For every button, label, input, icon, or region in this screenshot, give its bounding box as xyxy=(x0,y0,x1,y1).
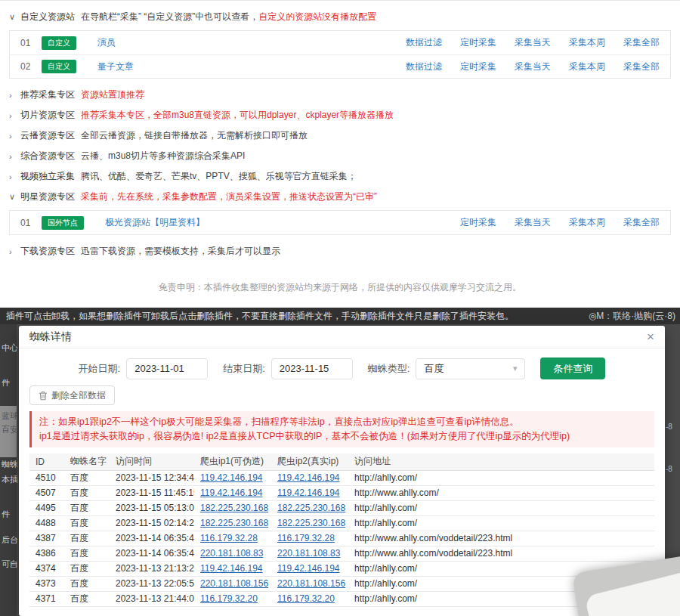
ip2-link[interactable]: 220.181.108.156 xyxy=(277,578,345,589)
col-header-name: 蜘蛛名字 xyxy=(64,453,110,470)
clipped-text-fragment: 件 xyxy=(2,377,17,388)
cell-id: 4387 xyxy=(29,531,64,546)
clipped-text-fragment: 中心 xyxy=(2,342,17,354)
ip2-link[interactable]: 220.181.108.83 xyxy=(277,548,340,559)
cell-visit-time: 2023-11-15 11:45:15 xyxy=(110,485,194,500)
ip2-link[interactable]: 119.42.146.194 xyxy=(277,472,340,483)
ip1-link[interactable]: 182.225.230.168 xyxy=(200,518,268,528)
end-date-input[interactable] xyxy=(271,358,353,379)
modal-title: 蜘蛛详情 xyxy=(29,330,72,344)
clipped-text-fragment: -8 xyxy=(666,423,679,431)
ip1-link[interactable]: 119.42.146.194 xyxy=(200,488,263,498)
clipped-text-fragment: 蓝球 xyxy=(2,410,17,422)
section-cloud-play[interactable]: › 云播资源专区 全部云播资源，链接自带播放器，无需解析接口即可播放 xyxy=(9,125,671,146)
start-date-input[interactable] xyxy=(126,358,208,379)
table-row: 4495 百度 2023-11-15 05:13:05 182.225.230.… xyxy=(29,500,654,515)
ip1-link[interactable]: 119.42.146.194 xyxy=(200,472,263,483)
ip2-link[interactable]: 182.225.230.168 xyxy=(277,518,345,528)
section-title: 切片资源专区 xyxy=(20,109,75,122)
cell-visit-time: 2023-11-14 06:35:41 xyxy=(110,531,194,546)
cell-id: 4371 xyxy=(29,591,64,606)
plugin-uninstall-notice-bar: 插件可点击卸载，如果想删除插件可卸载后点击删除插件，不要直接删除插件文件，手动删… xyxy=(0,308,680,324)
node-badge: 国外节点 xyxy=(42,216,84,230)
cell-id: 4488 xyxy=(29,515,64,531)
ip2-link[interactable]: 119.42.146.194 xyxy=(277,563,340,574)
section-title: 明星资源专区 xyxy=(20,190,75,203)
action-collect-today[interactable]: 采集当天 xyxy=(515,60,551,73)
cell-visit-url: http://www.ahlly.com/voddetail/223.html xyxy=(348,546,654,561)
clipped-text-fragment: 可自 xyxy=(2,559,17,570)
resource-name-link[interactable]: 演员 xyxy=(97,36,116,49)
clipped-text-fragment: -8 xyxy=(666,465,679,473)
action-timed-collect[interactable]: 定时采集 xyxy=(460,216,496,229)
action-collect-all[interactable]: 采集全部 xyxy=(623,36,660,49)
ip1-link[interactable]: 220.181.108.156 xyxy=(200,578,268,589)
ip1-link[interactable]: 116.179.32.20 xyxy=(200,593,258,604)
section-title: 综合资源专区 xyxy=(20,150,75,163)
spider-visit-table: ID 蜘蛛名字 访问时间 爬虫ip1(可伪造) 爬虫ip2(真实ip) 访问地址… xyxy=(29,453,654,607)
star-resource-list: 01 国外节点 极光资源站【明星资料】 定时采集 采集当天 采集本周 采集全部 xyxy=(9,210,671,235)
clipped-text-fragment: 本插 xyxy=(2,474,17,485)
section-star-resource[interactable]: ∨ 明星资源专区 采集前，先在系统，采集参数配置，演员采集设置，推送状态设置为“… xyxy=(9,187,671,207)
ip2-link[interactable]: 116.179.32.28 xyxy=(277,533,335,543)
cell-id: 4507 xyxy=(29,485,64,500)
row-index: 02 xyxy=(20,61,42,72)
table-row: 4373 百度 2023-11-13 22:05:50 220.181.108.… xyxy=(29,576,654,591)
dimmed-background: 插件可点击卸载，如果想删除插件可卸载后点击删除插件，不要直接删除插件文件，手动删… xyxy=(0,308,680,616)
ip1-link[interactable]: 119.42.146.194 xyxy=(200,563,263,574)
cell-id: 4374 xyxy=(29,561,64,576)
ip1-link[interactable]: 182.225.230.168 xyxy=(200,503,268,513)
action-collect-week[interactable]: 采集本周 xyxy=(569,36,605,49)
ip2-link[interactable]: 182.225.230.168 xyxy=(277,503,345,513)
action-collect-today[interactable]: 采集当天 xyxy=(515,216,551,229)
section-composite-resource[interactable]: › 综合资源专区 云播、m3u8切片等多种资源综合采集API xyxy=(9,146,671,166)
action-data-filter[interactable]: 数据过滤 xyxy=(406,36,442,49)
chevron-right-icon: › xyxy=(9,91,20,100)
section-desc: 全部云播资源，链接自带播放器，无需解析接口即可播放 xyxy=(81,129,308,142)
table-row: 4374 百度 2023-11-13 21:13:21 119.42.146.1… xyxy=(29,561,654,576)
close-icon[interactable]: × xyxy=(647,330,654,343)
select-value: 百度 xyxy=(424,362,444,376)
col-header-time: 访问时间 xyxy=(110,453,194,470)
spider-type-select[interactable]: 百度 ▾ xyxy=(416,358,525,379)
action-collect-week[interactable]: 采集本周 xyxy=(569,60,605,73)
section-download-resource[interactable]: › 下载资源专区 迅雷下载资源，需要模板支持，采集后才可以显示 xyxy=(9,241,671,262)
section-custom-resource-station[interactable]: ∨ 自定义资源站 在导航栏“采集” “自定义资源”中也可以查看， 自定义的资源站… xyxy=(9,7,671,27)
resource-name-link[interactable]: 极光资源站【明星资料】 xyxy=(105,216,205,229)
action-collect-all[interactable]: 采集全部 xyxy=(623,60,660,73)
table-row: 4507 百度 2023-11-15 11:45:15 119.42.146.1… xyxy=(29,485,654,500)
type-badge: 自定义 xyxy=(42,60,76,73)
ip2-link[interactable]: 116.179.32.20 xyxy=(277,593,335,604)
section-title: 推荐采集专区 xyxy=(20,88,75,101)
chevron-right-icon: › xyxy=(9,132,20,141)
col-header-ip1: 爬虫ip1(可伪造) xyxy=(194,453,271,470)
cell-id: 4495 xyxy=(29,500,64,515)
section-video-direct[interactable]: › 视频独立采集 腾讯、优酷、爱奇艺、芒果tv、PPTV、搜狐、乐视等官方直链采… xyxy=(9,166,671,187)
clipped-text-fragment: 百安 xyxy=(2,424,17,435)
ip1-link[interactable]: 220.181.108.83 xyxy=(200,548,263,559)
query-button[interactable]: 条件查询 xyxy=(540,358,605,379)
action-collect-today[interactable]: 采集当天 xyxy=(515,36,551,49)
warning-line-2: ip1是通过请求头获取的ip，很容易伪造! ip2是直接从TCP中获取的IP，基… xyxy=(39,429,647,444)
col-header-ip2: 爬虫ip2(真实ip) xyxy=(271,453,348,470)
cell-visit-time: 2023-11-13 21:13:21 xyxy=(110,561,194,576)
action-timed-collect[interactable]: 定时采集 xyxy=(460,60,496,73)
action-collect-all[interactable]: 采集全部 xyxy=(623,216,660,229)
resource-row: 01 自定义 演员 数据过滤 定时采集 采集当天 采集本周 采集全部 xyxy=(10,31,670,54)
cell-id: 4510 xyxy=(29,470,64,485)
action-timed-collect[interactable]: 定时采集 xyxy=(460,36,496,49)
resource-name-link[interactable]: 量子文章 xyxy=(97,60,134,73)
cell-visit-time: 2023-11-15 05:13:05 xyxy=(110,500,194,515)
action-data-filter[interactable]: 数据过滤 xyxy=(406,60,442,73)
section-slice-resource[interactable]: › 切片资源专区 推荐采集本专区，全部m3u8直链资源，可以用dplayer、c… xyxy=(9,105,671,125)
cell-visit-time: 2023-11-14 06:35:41 xyxy=(110,546,194,561)
section-desc-red: 采集前，先在系统，采集参数配置，演员采集设置，推送状态设置为“已审” xyxy=(81,190,377,203)
ip1-link[interactable]: 116.179.32.28 xyxy=(200,533,258,543)
ip2-link[interactable]: 119.42.146.194 xyxy=(277,488,340,498)
cell-visit-url: http://ahlly.com/ xyxy=(348,515,654,531)
delete-all-button[interactable]: 删除全部数据 xyxy=(29,385,115,405)
section-desc: 迅雷下载资源，需要模板支持，采集后才可以显示 xyxy=(81,245,280,258)
section-title: 下载资源专区 xyxy=(20,245,75,258)
section-recommend-collect[interactable]: › 推荐采集专区 资源站置顶推荐 xyxy=(9,85,671,105)
action-collect-week[interactable]: 采集本周 xyxy=(569,216,605,229)
